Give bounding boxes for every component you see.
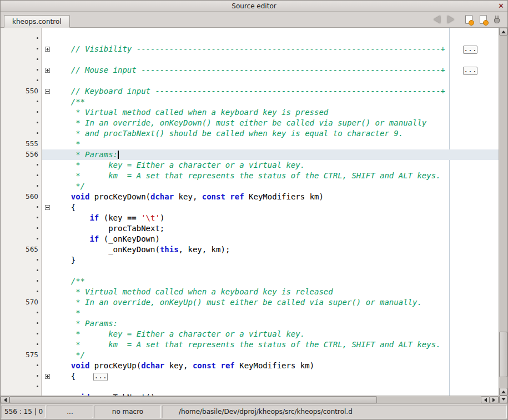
code-line[interactable]: * <box>1 308 499 318</box>
gutter-dot[interactable] <box>1 339 42 350</box>
fold-column[interactable] <box>42 44 52 54</box>
code-line[interactable]: 555 * <box>1 139 499 149</box>
scroll-left-button[interactable] <box>1 396 9 403</box>
code-line[interactable]: void procTabNext() <box>1 392 499 396</box>
code-line[interactable] <box>1 54 499 65</box>
horizontal-scrollbar[interactable] <box>1 396 499 403</box>
gutter-dot[interactable] <box>1 392 42 396</box>
code-line[interactable] <box>1 266 499 276</box>
line-number[interactable]: 570 <box>1 297 42 308</box>
code-line[interactable] <box>1 33 499 44</box>
gutter-dot[interactable] <box>1 118 42 128</box>
gutter-dot[interactable] <box>1 213 42 223</box>
code-line[interactable]: { <box>1 202 499 213</box>
code-line[interactable]: 556 * Params: <box>1 149 499 160</box>
scroll-down-button[interactable] <box>499 396 507 403</box>
gutter-dot[interactable] <box>1 329 42 339</box>
document-orange-dot-icon-2[interactable] <box>480 15 487 24</box>
back-arrow-icon[interactable] <box>430 16 440 23</box>
vertical-scrollbar[interactable] <box>499 28 507 403</box>
fold-column[interactable] <box>42 202 52 213</box>
gutter-dot[interactable] <box>1 76 42 86</box>
gutter-dot[interactable] <box>1 371 42 382</box>
gutter-dot[interactable] <box>1 171 42 181</box>
gutter-dot[interactable] <box>1 234 42 244</box>
horizontal-scroll-thumb[interactable] <box>9 396 377 403</box>
gutter-dot[interactable] <box>1 65 42 76</box>
code-line[interactable]: 570 * In an override, onKeyUp() must eit… <box>1 297 499 308</box>
gutter-dot[interactable] <box>1 107 42 118</box>
line-number[interactable]: 556 <box>1 149 42 160</box>
code-line[interactable]: 560 void procKeyDown(dchar key, const re… <box>1 192 499 202</box>
vertical-scroll-track[interactable] <box>499 36 507 388</box>
gutter-dot[interactable] <box>1 44 42 54</box>
gutter-dot[interactable] <box>1 223 42 234</box>
document-orange-dot-icon[interactable] <box>465 15 472 24</box>
code-line[interactable]: * km = A set that represents the status … <box>1 171 499 181</box>
code-line[interactable]: * key = Either a character or a virtual … <box>1 329 499 339</box>
close-icon[interactable]: ✕ <box>498 2 504 11</box>
code-line[interactable] <box>1 382 499 392</box>
gutter-dot[interactable] <box>1 33 42 44</box>
scroll-up-button[interactable] <box>499 28 507 36</box>
collapsed-code-box[interactable]: ... <box>463 67 477 75</box>
gutter-dot[interactable] <box>1 54 42 65</box>
scroll-right-button[interactable] <box>490 396 499 403</box>
line-number[interactable]: 575 <box>1 350 42 361</box>
scroll-up-button-2[interactable] <box>499 388 507 396</box>
line-number[interactable]: 560 <box>1 192 42 202</box>
code-line[interactable]: // Mouse input -------------------------… <box>1 65 499 76</box>
code-line[interactable]: 565 _onKeyDown(this, key, km); <box>1 244 499 255</box>
code-line[interactable]: */ <box>1 181 499 192</box>
tab-kheops-control[interactable]: kheops.control <box>4 15 70 28</box>
fold-expand-icon[interactable] <box>45 68 50 73</box>
fold-collapse-icon[interactable] <box>45 89 50 94</box>
scroll-left-button-2[interactable] <box>481 396 490 403</box>
collapsed-code-box[interactable]: ... <box>463 46 477 54</box>
code-line[interactable]: if (key == '\t') <box>1 213 499 223</box>
code-line[interactable]: } <box>1 255 499 266</box>
code-line[interactable]: /** <box>1 276 499 287</box>
code-line[interactable]: * key = Either a character or a virtual … <box>1 160 499 171</box>
code-line[interactable]: * In an override, onKeyDown() must eithe… <box>1 118 499 128</box>
line-number[interactable]: 555 <box>1 139 42 149</box>
gutter-dot[interactable] <box>1 318 42 329</box>
code-line[interactable]: procTabNext; <box>1 223 499 234</box>
gutter-dot[interactable] <box>1 266 42 276</box>
code-line[interactable]: 575 */ <box>1 350 499 361</box>
code-line[interactable]: * and procTabNext() should be called whe… <box>1 128 499 139</box>
gutter-dot[interactable] <box>1 276 42 287</box>
fold-column[interactable] <box>42 371 52 382</box>
gutter-dot[interactable] <box>1 255 42 266</box>
line-number[interactable]: 550 <box>1 86 42 97</box>
code-line[interactable]: * Virtual method called when a keyboard … <box>1 287 499 297</box>
plug-icon[interactable] <box>494 18 500 23</box>
gutter-dot[interactable] <box>1 382 42 392</box>
code-line[interactable]: 550 // Keyboard input ------------------… <box>1 86 499 97</box>
fold-column[interactable] <box>42 65 52 76</box>
fold-expand-icon[interactable] <box>45 47 50 52</box>
code-line[interactable]: * Virtual method called when a keyboard … <box>1 107 499 118</box>
code-line[interactable]: void procKeyUp(dchar key, const ref KeyM… <box>1 361 499 371</box>
gutter-dot[interactable] <box>1 202 42 213</box>
code-line[interactable]: {... <box>1 371 499 382</box>
gutter-dot[interactable] <box>1 97 42 107</box>
code-line[interactable]: * Params: <box>1 318 499 329</box>
code-line[interactable]: // Visibility --------------------------… <box>1 44 499 54</box>
gutter-dot[interactable] <box>1 361 42 371</box>
forward-arrow-icon[interactable] <box>447 16 458 23</box>
code-line[interactable]: /** <box>1 97 499 107</box>
code-line[interactable] <box>1 76 499 86</box>
title-bar[interactable]: Source editor ✕ <box>1 1 507 12</box>
gutter-dot[interactable] <box>1 287 42 297</box>
line-number[interactable]: 565 <box>1 244 42 255</box>
fold-collapse-icon[interactable] <box>45 205 50 210</box>
collapsed-code-box[interactable]: ... <box>93 373 108 381</box>
fold-expand-icon[interactable] <box>45 374 50 379</box>
code-line[interactable]: if (_onKeyDown) <box>1 234 499 244</box>
gutter-dot[interactable] <box>1 128 42 139</box>
code-line[interactable]: * km = A set that represents the status … <box>1 339 499 350</box>
code-editor[interactable]: // Visibility --------------------------… <box>1 28 499 396</box>
fold-column[interactable] <box>42 86 52 97</box>
gutter-dot[interactable] <box>1 181 42 192</box>
